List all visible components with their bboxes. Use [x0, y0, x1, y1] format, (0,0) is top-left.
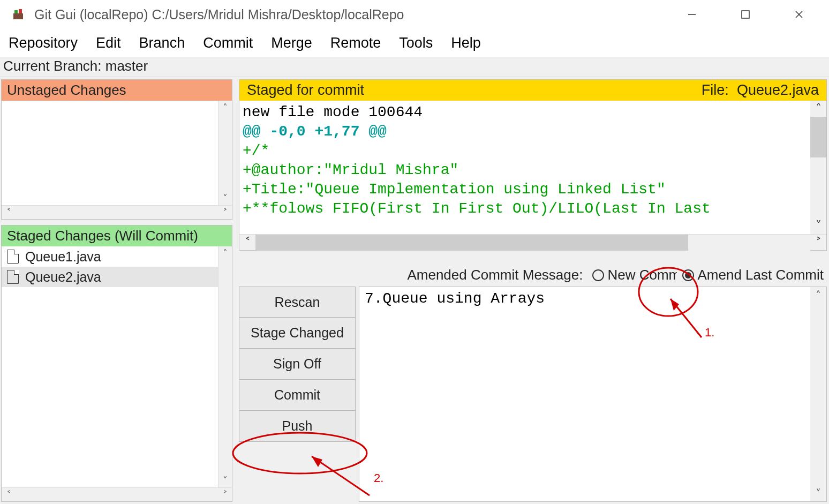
annotation-label-1: 1.	[705, 326, 714, 340]
diff-header: Staged for commit File: Queue2.java	[239, 80, 826, 101]
rescan-button[interactable]: Rescan	[239, 287, 356, 318]
staged-file-list[interactable]: Queue1.java Queue2.java	[2, 246, 218, 487]
staged-file-name: Queue1.java	[25, 249, 101, 265]
menu-commit[interactable]: Commit	[203, 32, 262, 55]
scroll-down-icon[interactable]: ˅	[810, 218, 826, 234]
commit-msg-vscroll[interactable]: ˄ ˅	[810, 287, 826, 501]
scroll-up-icon[interactable]: ˄	[218, 101, 232, 115]
diff-hscroll[interactable]: ˂ ˃	[239, 234, 826, 250]
staged-file-row[interactable]: Queue1.java	[2, 246, 218, 267]
commit-options: Amended Commit Message: New Commit Amend…	[239, 267, 827, 287]
radio-amend-commit-label: Amend Last Commit	[697, 267, 824, 283]
radio-new-commit-label: New Commit	[607, 267, 677, 283]
diff-line: @@ -0,0 +1,77 @@	[243, 123, 387, 140]
scroll-right-icon[interactable]: ˃	[810, 235, 826, 251]
scroll-up-icon[interactable]: ˄	[810, 287, 826, 303]
radio-amend-commit[interactable]	[682, 269, 694, 281]
unstaged-header: Unstaged Changes	[2, 80, 232, 101]
menu-repository[interactable]: Repository	[9, 32, 87, 55]
main-area: Unstaged Changes ˄ ˅ ˂ ˃ Staged Changes …	[0, 77, 829, 504]
commit-message-label: Amended Commit Message:	[407, 267, 583, 283]
titlebar: Git Gui (localRepo) C:/Users/Mridul Mish…	[0, 0, 829, 29]
file-icon	[7, 270, 19, 284]
diff-panel: Staged for commit File: Queue2.java new …	[239, 79, 827, 251]
close-button[interactable]	[772, 0, 826, 29]
svg-rect-1	[14, 10, 18, 13]
diff-line: new file mode 100644	[243, 104, 423, 121]
unstaged-vscroll[interactable]: ˄ ˅	[218, 101, 232, 205]
radio-new-commit[interactable]	[592, 269, 604, 281]
menu-edit[interactable]: Edit	[96, 32, 131, 55]
staged-file-row[interactable]: Queue2.java	[2, 267, 218, 287]
diff-file-label: File:	[702, 82, 729, 98]
svg-rect-2	[19, 9, 22, 13]
menu-branch[interactable]: Branch	[139, 32, 195, 55]
commit-message-input[interactable]	[359, 287, 810, 501]
staged-vscroll[interactable]: ˄ ˅	[218, 246, 232, 487]
scroll-left-icon[interactable]: ˂	[239, 235, 255, 251]
diff-line: +/*	[243, 142, 269, 159]
scrollbar-thumb[interactable]	[255, 235, 688, 251]
app-icon	[12, 8, 25, 21]
scrollbar-thumb[interactable]	[810, 117, 826, 157]
sign-off-button[interactable]: Sign Off	[239, 349, 356, 380]
commit-message-box: ˄ ˅	[359, 287, 827, 502]
push-button[interactable]: Push	[239, 411, 356, 442]
window-controls	[665, 0, 826, 29]
scroll-up-icon[interactable]: ˄	[218, 246, 232, 260]
staged-panel: Staged Changes (Will Commit) Queue1.java…	[1, 225, 232, 502]
commit-button[interactable]: Commit	[239, 380, 356, 411]
diff-file-name: Queue2.java	[737, 82, 819, 98]
unstaged-hscroll[interactable]: ˂ ˃	[2, 205, 232, 219]
diff-line: +**folows FIFO(First In First Out)/LILO(…	[243, 200, 711, 217]
diff-body[interactable]: new file mode 100644 @@ -0,0 +1,77 @@ +/…	[239, 101, 810, 234]
scroll-down-icon[interactable]: ˅	[218, 473, 232, 487]
scroll-down-icon[interactable]: ˅	[218, 191, 232, 205]
stage-changed-button[interactable]: Stage Changed	[239, 318, 356, 349]
branch-status: Current Branch: master	[0, 57, 829, 77]
minimize-button[interactable]	[665, 0, 719, 29]
menubar: Repository Edit Branch Commit Merge Remo…	[0, 29, 829, 57]
left-column: Unstaged Changes ˄ ˅ ˂ ˃ Staged Changes …	[0, 77, 235, 504]
scroll-up-icon[interactable]: ˄	[810, 101, 826, 117]
window-title: Git Gui (localRepo) C:/Users/Mridul Mish…	[34, 7, 665, 22]
diff-header-left: Staged for commit	[247, 82, 364, 99]
menu-merge[interactable]: Merge	[271, 32, 322, 55]
svg-rect-0	[13, 13, 23, 19]
commit-area: Amended Commit Message: New Commit Amend…	[239, 267, 827, 502]
scroll-down-icon[interactable]: ˅	[810, 485, 826, 501]
diff-header-right: File: Queue2.java	[702, 82, 819, 99]
scroll-left-icon[interactable]: ˂	[2, 488, 16, 502]
menu-remote[interactable]: Remote	[330, 32, 391, 55]
unstaged-panel: Unstaged Changes ˄ ˅ ˂ ˃	[1, 79, 232, 220]
scroll-right-icon[interactable]: ˃	[218, 488, 232, 502]
staged-file-name: Queue2.java	[25, 269, 101, 285]
file-icon	[7, 250, 19, 264]
diff-line: +@author:"Mridul Mishra"	[243, 162, 458, 178]
annotation-label-2: 2.	[374, 471, 383, 485]
staged-hscroll[interactable]: ˂ ˃	[2, 487, 232, 501]
menu-help[interactable]: Help	[451, 32, 491, 55]
staged-header: Staged Changes (Will Commit)	[2, 225, 232, 246]
scroll-left-icon[interactable]: ˂	[2, 206, 16, 220]
diff-line: +Title:"Queue Implementation using Linke…	[243, 181, 666, 198]
commit-buttons: Rescan Stage Changed Sign Off Commit Pus…	[239, 287, 359, 502]
scroll-right-icon[interactable]: ˃	[218, 206, 232, 220]
svg-rect-4	[742, 11, 749, 18]
right-column: Staged for commit File: Queue2.java new …	[235, 77, 829, 504]
unstaged-file-list[interactable]	[2, 101, 218, 205]
maximize-button[interactable]	[719, 0, 772, 29]
diff-vscroll[interactable]: ˄ ˅	[810, 101, 826, 234]
menu-tools[interactable]: Tools	[399, 32, 442, 55]
